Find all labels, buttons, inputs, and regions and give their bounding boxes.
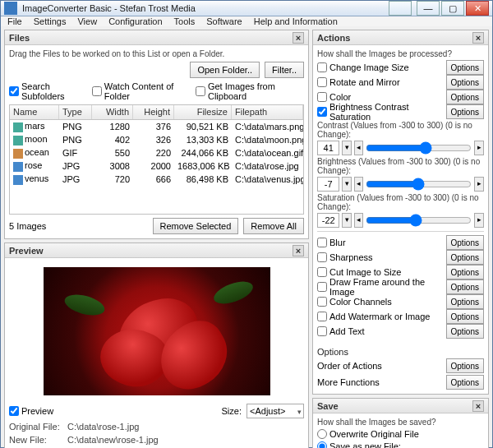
action-label: Add Text: [329, 326, 365, 336]
saturation-right[interactable]: ▸: [474, 213, 484, 228]
ruler-button[interactable]: [389, 1, 412, 16]
action-checkbox[interactable]: [317, 282, 327, 292]
image-count: 5 Images: [9, 221, 46, 231]
overwrite-label: Overwrite Original File: [329, 429, 419, 439]
action-options-button[interactable]: Options: [446, 309, 484, 324]
brightness-value[interactable]: -7: [317, 177, 339, 192]
action-label: Draw Frame around the Image: [329, 277, 443, 297]
remove-selected-button[interactable]: Remove Selected: [153, 218, 239, 234]
action-checkbox[interactable]: [317, 92, 327, 102]
brightness-slider[interactable]: [366, 178, 472, 190]
action-options-button[interactable]: Options: [446, 250, 484, 265]
brightness-right[interactable]: ▸: [474, 177, 484, 192]
saturation-value[interactable]: -22: [317, 213, 339, 228]
clipboard-label: Get Images from Clipboard: [208, 81, 304, 101]
action-label: Blur: [329, 238, 346, 247]
table-row[interactable]: oceanGIF550220244,066 KBC:\data\ocean.gi…: [10, 146, 303, 159]
files-hint: Drag the Files to be worked on to this L…: [9, 49, 224, 58]
action-checkbox[interactable]: [317, 62, 327, 72]
col-height[interactable]: Height: [133, 105, 174, 119]
table-row[interactable]: moonPNG40232613,303 KBC:\data\moon.png: [10, 133, 303, 146]
files-title: Files: [9, 33, 30, 43]
more-functions-label: More Functions: [317, 377, 380, 387]
preview-close-icon[interactable]: ×: [293, 245, 304, 256]
brightness-left[interactable]: ◂: [354, 177, 364, 192]
action-options-button[interactable]: Options: [446, 60, 484, 75]
filter-button[interactable]: Filter..: [265, 62, 304, 78]
action-options-button[interactable]: Options: [446, 90, 484, 104]
menu-view[interactable]: View: [77, 16, 97, 26]
orig-file-value: C:\data\rose-1.jpg: [67, 422, 139, 432]
menu-tools[interactable]: Tools: [174, 16, 196, 26]
saturation-down[interactable]: ▾: [342, 213, 352, 228]
order-options-button[interactable]: Options: [446, 358, 484, 373]
action-options-button[interactable]: Options: [446, 104, 484, 119]
action-options-button[interactable]: Options: [446, 294, 484, 309]
preview-title: Preview: [9, 246, 44, 256]
table-row[interactable]: marsPNG128037690,521 KBC:\data\mars.png: [10, 120, 303, 133]
col-name[interactable]: Name: [10, 105, 59, 119]
actions-question: How shall the Images be processed?: [317, 49, 484, 58]
col-path[interactable]: Filepath: [232, 105, 303, 119]
contrast-slider[interactable]: [366, 142, 472, 154]
new-file-value: C:\data\new\rose-1.jpg: [67, 435, 159, 445]
open-folder-button[interactable]: Open Folder..: [190, 62, 260, 78]
saturation-label: Saturation (Values from -300 to 300) (0 …: [317, 193, 484, 211]
search-subfolders-checkbox[interactable]: [9, 86, 19, 96]
menu-software[interactable]: Software: [206, 16, 242, 26]
clipboard-checkbox[interactable]: [196, 86, 205, 96]
action-checkbox[interactable]: [317, 297, 327, 307]
preview-label: Preview: [21, 406, 53, 416]
menu-help[interactable]: Help and Information: [254, 16, 338, 26]
table-row[interactable]: venusJPG72066686,498 KBC:\data\venus.jpg: [10, 173, 303, 186]
action-options-button[interactable]: Options: [446, 75, 484, 90]
remove-all-button[interactable]: Remove All: [243, 218, 304, 234]
action-label: Change Image Size: [329, 62, 409, 72]
files-close-icon[interactable]: ×: [293, 32, 304, 44]
col-size[interactable]: Filesize: [174, 105, 232, 119]
close-button[interactable]: ✕: [466, 1, 489, 16]
actions-title: Actions: [317, 33, 350, 43]
action-checkbox[interactable]: [317, 252, 327, 262]
action-options-button[interactable]: Options: [446, 235, 484, 250]
action-options-button[interactable]: Options: [446, 279, 484, 294]
contrast-value[interactable]: 41: [317, 141, 339, 155]
more-options-button[interactable]: Options: [446, 375, 484, 390]
action-checkbox[interactable]: [317, 267, 327, 277]
action-checkbox[interactable]: [317, 107, 327, 117]
menu-settings[interactable]: Settings: [34, 16, 67, 26]
action-checkbox[interactable]: [317, 312, 327, 321]
saturation-slider[interactable]: [366, 215, 472, 226]
action-label: Rotate and Mirror: [329, 77, 400, 87]
action-checkbox[interactable]: [317, 326, 327, 336]
size-select[interactable]: <Adjust>: [246, 404, 304, 418]
action-label: Cut Image to Size: [329, 267, 401, 277]
overwrite-radio[interactable]: [317, 429, 327, 439]
action-options-button[interactable]: Options: [446, 265, 484, 279]
save-title: Save: [317, 401, 339, 411]
file-icon: [13, 122, 23, 132]
minimize-button[interactable]: —: [417, 1, 440, 16]
menu-configuration[interactable]: Configuration: [108, 16, 162, 26]
preview-image: [42, 266, 272, 397]
contrast-down[interactable]: ▾: [342, 141, 352, 155]
brightness-label: Brightness (Values from -300 to 300) (0 …: [317, 157, 484, 175]
action-checkbox[interactable]: [317, 238, 327, 247]
saturation-left[interactable]: ◂: [354, 213, 364, 228]
maximize-button[interactable]: ▢: [441, 1, 464, 16]
actions-close-icon[interactable]: ×: [472, 32, 484, 44]
save-as-radio[interactable]: [317, 441, 327, 448]
action-checkbox[interactable]: [317, 77, 327, 87]
preview-checkbox[interactable]: [9, 406, 19, 416]
menu-file[interactable]: File: [7, 16, 22, 26]
col-width[interactable]: Width: [92, 105, 133, 119]
save-close-icon[interactable]: ×: [472, 400, 484, 412]
watch-content-checkbox[interactable]: [92, 86, 102, 96]
titlebar: ImageConverter Basic - Stefan Trost Medi…: [1, 1, 492, 16]
brightness-down[interactable]: ▾: [342, 177, 352, 192]
table-row[interactable]: roseJPG300820001683,006 KBC:\data\rose.j…: [10, 159, 303, 173]
contrast-right[interactable]: ▸: [474, 141, 484, 155]
contrast-left[interactable]: ◂: [354, 141, 364, 155]
col-type[interactable]: Type: [59, 105, 92, 119]
action-options-button[interactable]: Options: [446, 324, 484, 339]
